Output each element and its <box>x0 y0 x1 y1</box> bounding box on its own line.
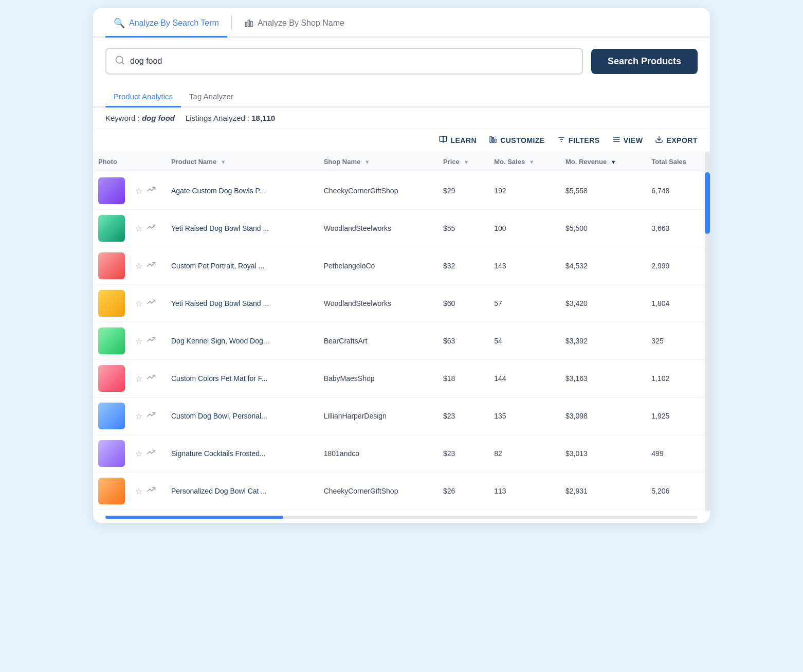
mo-revenue: $3,098 <box>560 397 646 435</box>
mo-revenue: $5,558 <box>560 172 646 210</box>
export-button[interactable]: EXPORT <box>655 135 698 146</box>
table-row: ☆ Signature Cocktails Frosted... 1801and… <box>93 435 710 473</box>
svg-rect-2 <box>251 21 252 27</box>
row-actions: ☆ <box>135 373 161 384</box>
mo-revenue: $2,807 <box>560 510 646 512</box>
col-total-sales[interactable]: Total Sales <box>646 152 710 172</box>
price: $29 <box>438 172 489 210</box>
analytics-icon[interactable] <box>147 373 156 384</box>
actions-cell: ☆ <box>130 360 166 397</box>
search-input[interactable] <box>130 57 574 66</box>
analytics-icon[interactable] <box>147 411 156 421</box>
col-mo-revenue[interactable]: Mo. Revenue ▼ <box>560 152 646 172</box>
favorite-icon[interactable]: ☆ <box>135 299 142 308</box>
favorite-icon[interactable]: ☆ <box>135 261 142 271</box>
total-sales: 5,206 <box>646 473 710 510</box>
analytics-icon[interactable] <box>147 486 156 496</box>
total-sales: 1,804 <box>646 285 710 322</box>
favorite-icon[interactable]: ☆ <box>135 186 142 196</box>
keyword-prefix: Keyword : <box>105 114 142 122</box>
customize-icon <box>489 135 497 146</box>
price: $23 <box>438 435 489 473</box>
shop-name: BearCraftsArt <box>319 322 438 360</box>
product-name: Signature Cocktails Frosted... <box>166 435 319 473</box>
table-row: ☆ Agate Custom Dog Bowls P... CheekyCorn… <box>93 172 710 210</box>
right-scrollbar[interactable] <box>705 152 710 512</box>
product-name: Agate Custom Dog Bowls P... <box>166 172 319 210</box>
product-thumbnail <box>98 440 125 467</box>
scroll-bar <box>105 516 698 519</box>
mo-sales: 192 <box>489 172 560 210</box>
mo-sales: 113 <box>489 473 560 510</box>
table-row: ☆ Yeti Raised Dog Bowl Stand ... Woodlan… <box>93 210 710 247</box>
learn-button[interactable]: LEARN <box>439 135 477 146</box>
product-thumbnail <box>98 365 125 392</box>
sub-tab-product-analytics[interactable]: Product Analytics <box>105 85 181 107</box>
actions-cell: ☆ <box>130 210 166 247</box>
filters-button[interactable]: FILTERS <box>557 135 600 146</box>
col-price[interactable]: Price ▼ <box>438 152 489 172</box>
svg-rect-0 <box>245 23 247 27</box>
col-shop-name[interactable]: Shop Name ▼ <box>319 152 438 172</box>
price: $23 <box>438 397 489 435</box>
analytics-icon[interactable] <box>147 448 156 459</box>
mo-revenue: $3,163 <box>560 360 646 397</box>
actions-cell: ☆ <box>130 473 166 510</box>
favorite-icon[interactable]: ☆ <box>135 336 142 346</box>
total-sales: 2,999 <box>646 247 710 285</box>
favorite-icon[interactable]: ☆ <box>135 224 142 233</box>
mo-revenue: $3,420 <box>560 285 646 322</box>
svg-line-4 <box>122 62 124 64</box>
mo-sales: 135 <box>489 397 560 435</box>
table-row: ☆ Dog Kennel Sign, Wood Dog... BearCraft… <box>93 322 710 360</box>
table-row: ☆ Personalized Dog Bowl | Cu... 904Custo… <box>93 510 710 512</box>
view-button[interactable]: VIEW <box>612 135 643 146</box>
row-actions: ☆ <box>135 448 161 459</box>
analytics-icon[interactable] <box>147 223 156 233</box>
analytics-icon[interactable] <box>147 336 156 346</box>
products-table: Photo Product Name ▼ Shop Name ▼ Price ▼… <box>93 152 710 512</box>
actions-cell: ☆ <box>130 285 166 322</box>
analytics-icon[interactable] <box>147 186 156 196</box>
mo-sales: 78 <box>489 510 560 512</box>
search-tab-icon: 🔍 <box>114 17 125 29</box>
table-row: ☆ Custom Pet Portrait, Royal ... Pethela… <box>93 247 710 285</box>
product-thumbnail <box>98 215 125 242</box>
mo-revenue: $3,013 <box>560 435 646 473</box>
tab-divider <box>231 15 232 30</box>
analytics-icon[interactable] <box>147 298 156 308</box>
col-product-name[interactable]: Product Name ▼ <box>166 152 319 172</box>
actions-cell: ☆ <box>130 397 166 435</box>
tab-search-term[interactable]: 🔍 Analyze By Search Term <box>105 8 227 38</box>
product-thumbnail <box>98 177 125 204</box>
main-card: 🔍 Analyze By Search Term Analyze By Shop… <box>93 8 710 523</box>
actions-cell: ☆ <box>130 247 166 285</box>
actions-cell: ☆ <box>130 435 166 473</box>
search-box[interactable] <box>105 48 583 75</box>
svg-rect-6 <box>492 138 494 142</box>
table-row: ☆ Yeti Raised Dog Bowl Stand ... Woodlan… <box>93 285 710 322</box>
export-icon <box>655 135 663 146</box>
favorite-icon[interactable]: ☆ <box>135 411 142 421</box>
favorite-icon[interactable]: ☆ <box>135 374 142 384</box>
row-actions: ☆ <box>135 336 161 346</box>
customize-button[interactable]: CUSTOMIZE <box>489 135 545 146</box>
svg-rect-5 <box>490 136 491 142</box>
price: $26 <box>438 473 489 510</box>
total-sales: 325 <box>646 322 710 360</box>
table-container: Photo Product Name ▼ Shop Name ▼ Price ▼… <box>93 152 710 512</box>
favorite-icon[interactable]: ☆ <box>135 486 142 496</box>
mo-revenue: $2,931 <box>560 473 646 510</box>
mo-sales: 100 <box>489 210 560 247</box>
toolbar: LEARN CUSTOMIZE FILTERS VIEW EXPORT <box>93 129 710 152</box>
col-mo-sales[interactable]: Mo. Sales ▼ <box>489 152 560 172</box>
total-sales: 1,525 <box>646 510 710 512</box>
sub-tab-tag-analyzer[interactable]: Tag Analyzer <box>181 85 242 107</box>
shop-name: BabyMaesShop <box>319 360 438 397</box>
shop-name: CheekyCornerGiftShop <box>319 473 438 510</box>
search-button[interactable]: Search Products <box>591 49 698 74</box>
favorite-icon[interactable]: ☆ <box>135 449 142 459</box>
analytics-icon[interactable] <box>147 261 156 271</box>
row-actions: ☆ <box>135 223 161 233</box>
tab-shop-name[interactable]: Analyze By Shop Name <box>236 9 353 37</box>
